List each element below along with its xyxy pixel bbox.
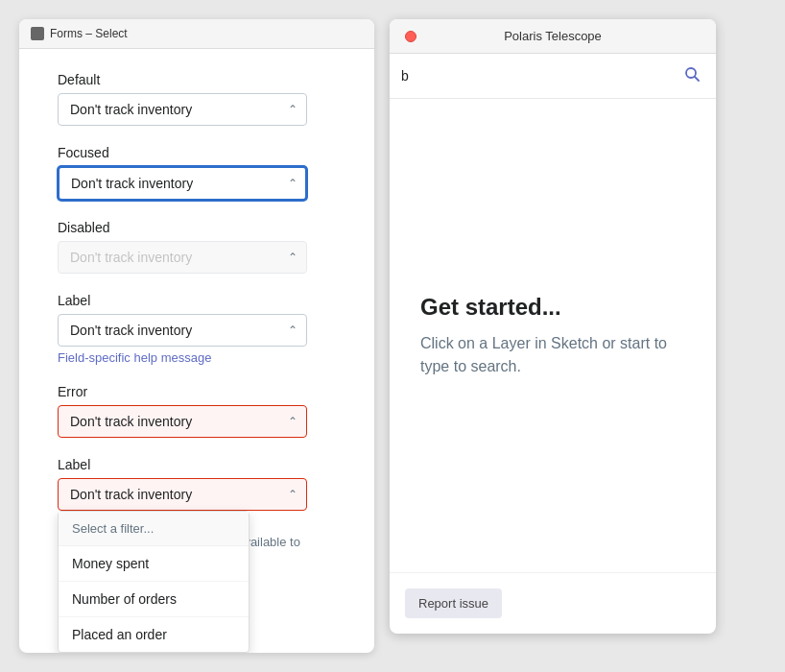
- panel-title: Forms – Select: [50, 27, 128, 40]
- telescope-body: Get started... Click on a Layer in Sketc…: [390, 99, 716, 572]
- dropdown-item-0[interactable]: Money spent: [59, 546, 249, 582]
- default-label: Default: [58, 72, 336, 87]
- disabled-select-wrapper: Don't track inventory ⌃: [58, 241, 307, 274]
- panel-titlebar: Forms – Select: [19, 19, 374, 49]
- telescope-search-input[interactable]: [401, 64, 672, 87]
- traffic-light-close[interactable]: [405, 31, 416, 42]
- label-error-select[interactable]: Don't track inventory: [58, 478, 307, 511]
- default-select[interactable]: Don't track inventory: [58, 93, 307, 126]
- disabled-label: Disabled: [58, 220, 336, 235]
- dropdown-item-2[interactable]: Placed an order: [59, 617, 249, 652]
- telescope-title: Polaris Telescope: [504, 29, 602, 43]
- label-select[interactable]: Don't track inventory: [58, 314, 307, 347]
- focused-label: Focused: [58, 145, 336, 160]
- svg-line-2: [695, 77, 699, 81]
- telescope-titlebar: Polaris Telescope: [390, 19, 716, 54]
- label-error-label: Label: [58, 457, 336, 472]
- default-select-wrapper: Don't track inventory ⌃: [58, 93, 307, 126]
- left-panel: Forms – Select Default Don't track inven…: [19, 19, 374, 653]
- error-label: Error: [58, 384, 336, 399]
- label-select-wrapper: Don't track inventory ⌃: [58, 314, 307, 347]
- telescope-search-bar: [390, 54, 716, 99]
- error-section: Error Don't track inventory ⌃: [58, 384, 336, 438]
- search-icon[interactable]: [679, 61, 704, 90]
- focused-section: Focused Don't track inventory ⌃: [58, 145, 336, 201]
- dropdown-overlay: Select a filter... Money spent Number of…: [58, 511, 250, 653]
- error-select[interactable]: Don't track inventory: [58, 405, 307, 438]
- help-text: Field-specific help message: [58, 350, 336, 365]
- telescope-footer: Report issue: [390, 572, 716, 634]
- default-section: Default Don't track inventory ⌃: [58, 72, 336, 126]
- report-issue-button[interactable]: Report issue: [405, 588, 502, 618]
- dropdown-header: Select a filter...: [59, 512, 249, 546]
- disabled-section: Disabled Don't track inventory ⌃: [58, 220, 336, 274]
- focused-select-wrapper: Don't track inventory ⌃: [58, 166, 307, 201]
- label-section: Label Don't track inventory ⌃ Field-spec…: [58, 293, 336, 365]
- get-started-title: Get started...: [420, 294, 561, 321]
- forms-icon: [31, 27, 44, 40]
- right-panel: Polaris Telescope Get started... Click o…: [390, 19, 716, 634]
- label-error-select-wrapper: Don't track inventory ⌃: [58, 478, 307, 511]
- svg-rect-0: [34, 30, 41, 37]
- dropdown-item-1[interactable]: Number of orders: [59, 582, 249, 617]
- disabled-select[interactable]: Don't track inventory: [58, 241, 307, 274]
- label-label: Label: [58, 293, 336, 308]
- get-started-description: Click on a Layer in Sketch or start to t…: [420, 332, 685, 378]
- focused-select[interactable]: Don't track inventory: [58, 166, 307, 201]
- error-select-wrapper: Don't track inventory ⌃: [58, 405, 307, 438]
